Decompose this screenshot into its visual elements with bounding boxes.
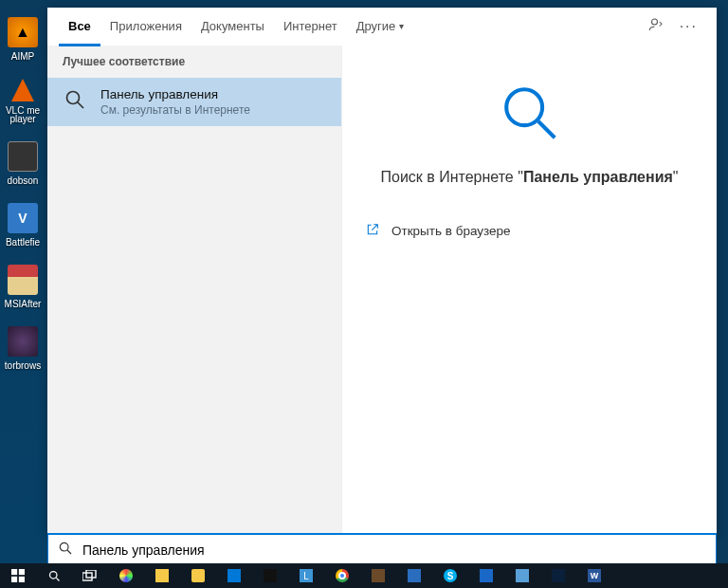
svg-rect-10 [19, 577, 25, 582]
result-item[interactable]: Панель управления См. результаты в Интер… [47, 78, 341, 126]
desktop-icon-dobson[interactable]: dobson [0, 141, 46, 186]
taskbar-chrome[interactable] [324, 563, 360, 588]
tab-internet[interactable]: Интернет [274, 8, 347, 46]
headline-prefix: Поиск в Интернете " [380, 169, 522, 185]
app-icon: V [8, 203, 38, 233]
taskbar-word[interactable]: W [576, 563, 612, 588]
svg-point-0 [651, 19, 657, 25]
preview-headline: Поиск в Интернете "Панель управления" [380, 169, 678, 186]
desktop-icon-label: MSIAfter [0, 299, 46, 309]
svg-line-6 [67, 550, 71, 554]
tab-docs[interactable]: Документы [191, 8, 274, 46]
svg-rect-8 [19, 569, 25, 575]
desktop-icon-label: player [0, 114, 46, 124]
svg-point-1 [67, 92, 80, 104]
svg-rect-9 [11, 577, 17, 582]
desktop-icon-label: torbrows [0, 360, 46, 371]
svg-line-2 [78, 102, 83, 108]
tab-all[interactable]: Все [59, 8, 100, 46]
desktop-icon-tor[interactable]: torbrows [0, 326, 46, 371]
desktop-area: ▲ AIMP VLC me player dobson V Battlefie … [0, 0, 47, 564]
taskbar-search-button[interactable] [36, 563, 72, 588]
desktop-icon-label: AIMP [0, 51, 46, 62]
taskbar-app[interactable] [396, 563, 432, 588]
search-input[interactable] [82, 542, 706, 558]
tab-label: Интернет [283, 19, 337, 33]
svg-point-5 [60, 542, 68, 551]
chevron-down-icon: ▾ [399, 21, 404, 31]
desktop-icon-label: dobson [0, 175, 46, 186]
winrar-icon [8, 265, 38, 295]
taskbar-app[interactable] [468, 563, 504, 588]
desktop-icon-vlc[interactable]: VLC me player [0, 79, 46, 124]
tab-label: Приложения [110, 19, 182, 33]
svg-line-12 [56, 578, 59, 580]
taskbar-app[interactable] [540, 563, 576, 588]
tabs-bar: Все Приложения Документы Интернет Другие… [47, 8, 717, 46]
desktop-icon-msiafter[interactable]: MSIAfter [0, 265, 46, 309]
section-header: Лучшее соответствие [47, 46, 341, 78]
search-icon [58, 541, 73, 560]
tor-icon [8, 326, 38, 357]
taskview-button[interactable] [72, 563, 108, 588]
search-icon [63, 87, 87, 112]
vlc-icon [11, 79, 34, 101]
tab-other[interactable]: Другие▾ [347, 8, 414, 46]
taskbar-app[interactable] [144, 563, 180, 588]
tab-label: Другие [356, 19, 396, 33]
open-in-browser-action[interactable]: Открыть в браузере [365, 218, 694, 244]
desktop-icon-aimp[interactable]: ▲ AIMP [0, 17, 46, 62]
desktop-icon-battlefield[interactable]: V Battlefie [0, 203, 46, 248]
taskbar-app[interactable]: L [288, 563, 324, 588]
headline-suffix: " [673, 169, 679, 185]
preview-column: Поиск в Интернете "Панель управления" От… [341, 46, 717, 533]
desktop-icon-label: Battlefie [0, 237, 46, 248]
svg-line-4 [537, 121, 555, 138]
tab-label: Документы [201, 19, 264, 33]
taskbar-skype[interactable]: S [432, 563, 468, 588]
file-icon [8, 141, 38, 172]
taskbar: L S W [0, 563, 728, 588]
taskbar-app[interactable] [180, 563, 216, 588]
tab-label: Все [68, 19, 91, 33]
taskbar-app[interactable] [360, 563, 396, 588]
feedback-icon[interactable] [640, 16, 672, 37]
results-column: Лучшее соответствие Панель управления См… [47, 46, 341, 533]
taskbar-app[interactable] [252, 563, 288, 588]
taskbar-mail[interactable] [216, 563, 252, 588]
result-subtitle: См. результаты в Интернете [100, 103, 250, 117]
result-title: Панель управления [100, 87, 250, 101]
aimp-icon: ▲ [8, 17, 38, 47]
svg-point-11 [49, 571, 57, 579]
more-icon[interactable]: ··· [672, 18, 705, 35]
svg-rect-7 [11, 569, 17, 575]
action-label: Открыть в браузере [391, 224, 511, 238]
search-big-icon [497, 80, 563, 150]
svg-point-3 [506, 89, 542, 125]
svg-rect-14 [86, 570, 96, 578]
headline-query: Панель управления [523, 169, 673, 185]
taskbar-app[interactable] [108, 563, 144, 588]
search-box[interactable] [47, 533, 717, 565]
svg-rect-13 [82, 573, 92, 580]
taskbar-app[interactable] [504, 563, 540, 588]
search-panel: Все Приложения Документы Интернет Другие… [47, 8, 717, 533]
open-external-icon [365, 222, 380, 240]
start-button[interactable] [0, 563, 36, 588]
tab-apps[interactable]: Приложения [100, 8, 191, 46]
